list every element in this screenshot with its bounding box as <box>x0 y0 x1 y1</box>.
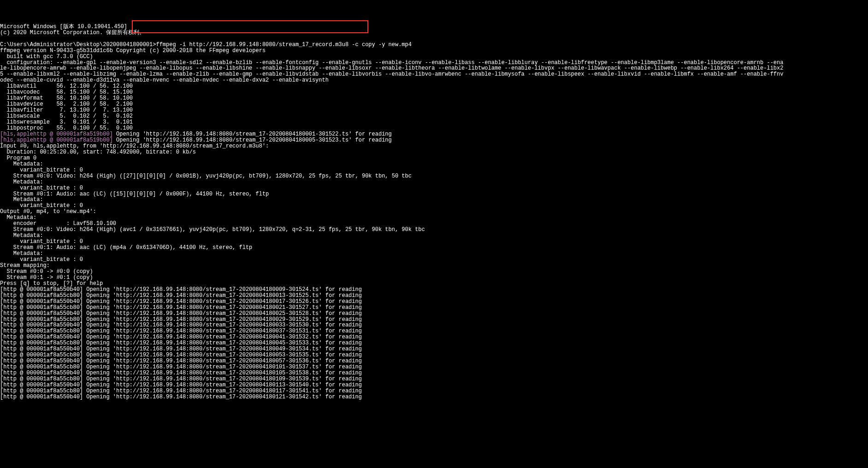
stream-info-line: Stream #0:0: Video: h264 (High) ([27][0]… <box>0 173 412 179</box>
stream-info-line: Stream #0:1 -> #0:1 (copy) <box>0 274 93 281</box>
stream-info-line: Duration: 00:25:20.00, start: 748.492000… <box>0 149 196 155</box>
http-open-line: [http @ 000001af8a55cb80] Opening 'http:… <box>0 328 362 334</box>
stream-info-line: variant_bitrate : 0 <box>0 185 83 191</box>
lib-version-line: libavformat 58. 10.100 / 58. 10.100 <box>0 95 133 101</box>
stream-info-line: encoder : Lavf58.10.100 <box>0 220 116 227</box>
header-line: Microsoft Windows [版本 10.0.19041.450] <box>0 24 127 30</box>
stream-info-line: Output #0, mp4, to 'new.mp4': <box>0 208 96 215</box>
http-open-line: [http @ 000001af8a55cb80] Opening 'http:… <box>0 292 362 299</box>
http-open-line: [http @ 000001af8a550b40] Opening 'http:… <box>0 358 362 364</box>
http-open-line: [http @ 000001af8a550b40] Opening 'http:… <box>0 334 362 340</box>
http-open-line: [http @ 000001af8a55cb80] Opening 'http:… <box>0 388 362 394</box>
stream-info-line: Stream mapping: <box>0 262 50 269</box>
hls-tag: [hls,applehttp @ 000001af8a519b00] <box>0 131 113 137</box>
stream-info-line: Stream #0:1: Audio: aac (LC) ([15][0][0]… <box>0 191 269 197</box>
http-open-line: [http @ 000001af8a550b40] Opening 'http:… <box>0 322 362 328</box>
prompt-path: C:\Users\Administrator\Desktop\202008041… <box>0 41 156 48</box>
http-open-line: [http @ 000001af8a55cb80] Opening 'http:… <box>0 340 362 346</box>
stream-info-line: Stream #0:0: Video: h264 (High) (avc1 / … <box>0 226 425 233</box>
stream-info-line: Metadata: <box>0 232 43 239</box>
lib-version-line: libswresample 3. 0.101 / 3. 0.101 <box>0 119 133 125</box>
ffmpeg-version: ffmpeg version N-90433-g5b31dd1c6b Copyr… <box>0 47 266 54</box>
stream-info-line: Stream #0:0 -> #0:0 (copy) <box>0 268 93 275</box>
stream-info-line: Metadata: <box>0 250 43 257</box>
command-text: ffmpeg -i http://192.168.99.148:8080/str… <box>156 41 412 48</box>
ffmpeg-config: configuration: --enable-gpl --enable-ver… <box>0 59 783 84</box>
stream-info-line: Stream #0:1: Audio: aac (LC) (mp4a / 0x6… <box>0 244 252 251</box>
stream-info-line: Program 0 <box>0 155 36 161</box>
stream-info-line: Press [q] to stop, [?] for help <box>0 280 103 287</box>
terminal-output[interactable]: Microsoft Windows [版本 10.0.19041.450] (c… <box>0 24 868 400</box>
hls-msg: Opening 'http://192.168.99.148:8080/stre… <box>113 131 392 137</box>
http-open-line: [http @ 000001af8a550b40] Opening 'http:… <box>0 298 362 305</box>
http-open-line: [http @ 000001af8a550b40] Opening 'http:… <box>0 382 362 388</box>
hls-msg: Opening 'http://192.168.99.148:8080/stre… <box>113 137 392 143</box>
hls-tag: [hls,applehttp @ 000001af8a519b00] <box>0 137 113 143</box>
http-open-line: [http @ 000001af8a55cb80] Opening 'http:… <box>0 352 362 358</box>
lib-version-line: libavcodec 58. 15.100 / 58. 15.100 <box>0 89 133 95</box>
http-open-line: [http @ 000001af8a55cb80] Opening 'http:… <box>0 376 362 382</box>
lib-version-line: libavfilter 7. 13.100 / 7. 13.100 <box>0 107 133 113</box>
lib-version-line: libavdevice 58. 2.100 / 58. 2.100 <box>0 101 133 107</box>
http-open-line: [http @ 000001af8a550b40] Opening 'http:… <box>0 370 362 376</box>
stream-info-line: variant_bitrate : 0 <box>0 256 83 263</box>
http-open-line: [http @ 000001af8a550b40] Opening 'http:… <box>0 286 362 293</box>
stream-info-line: Metadata: <box>0 196 43 203</box>
lib-version-line: libpostproc 55. 0.100 / 55. 0.100 <box>0 125 133 131</box>
stream-info-line: Metadata: <box>0 161 43 167</box>
lib-version-line: libswscale 5. 0.102 / 5. 0.102 <box>0 113 133 119</box>
http-open-line: [http @ 000001af8a550b40] Opening 'http:… <box>0 346 362 352</box>
stream-info-line: Metadata: <box>0 179 43 185</box>
stream-info-line: variant_bitrate : 0 <box>0 167 83 173</box>
stream-info-line: Metadata: <box>0 214 36 221</box>
http-open-line: [http @ 000001af8a550b40] Opening 'http:… <box>0 310 362 317</box>
http-open-line: [http @ 000001af8a55cb80] Opening 'http:… <box>0 316 362 323</box>
http-open-line: [http @ 000001af8a55cb80] Opening 'http:… <box>0 364 362 370</box>
stream-info-line: variant_bitrate : 0 <box>0 202 83 209</box>
http-open-line: [http @ 000001af8a55cb80] Opening 'http:… <box>0 304 362 311</box>
lib-version-line: libavutil 56. 12.100 / 56. 12.100 <box>0 83 133 89</box>
http-open-line: [http @ 000001af8a550b40] Opening 'http:… <box>0 394 362 400</box>
stream-info-line: variant_bitrate : 0 <box>0 238 83 245</box>
stream-info-line: Input #0, hls,applehttp, from 'http://19… <box>0 143 269 149</box>
header-line: (c) 2020 Microsoft Corporation. 保留所有权利。 <box>0 30 145 36</box>
ffmpeg-built: built with gcc 7.3.0 (GCC) <box>0 53 93 60</box>
